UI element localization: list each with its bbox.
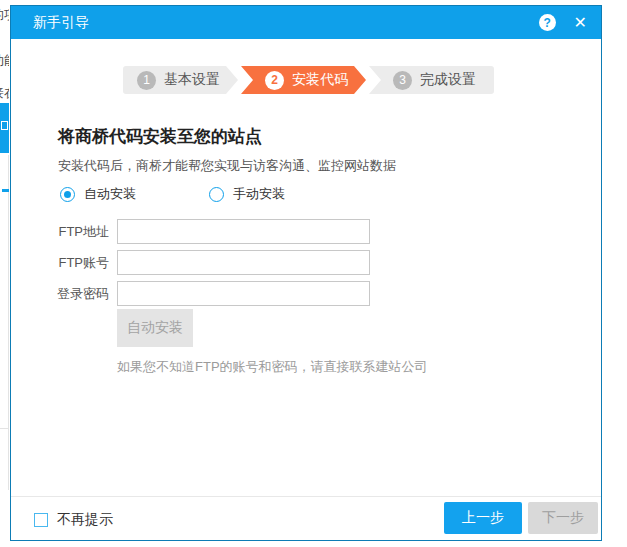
step-install-code: 2 安装代码 (241, 66, 366, 94)
dialog-title: 新手引导 (33, 14, 539, 32)
ftp-address-label: FTP地址 (51, 223, 109, 241)
next-step-button[interactable]: 下一步 (528, 502, 598, 534)
bg-tab-indicator (2, 189, 9, 192)
checkbox-label: 不再提示 (57, 511, 113, 529)
bg-divider (8, 155, 9, 490)
newbie-guide-dialog: 新手引导 ? ✕ 1 基本设置 2 安装代码 3 完成设置 将商桥代码安装至您的… (10, 5, 602, 541)
footer-divider (11, 496, 601, 497)
page-title: 将商桥代码安装至您的站点 (58, 125, 262, 148)
prev-step-button[interactable]: 上一步 (444, 502, 522, 534)
close-icon[interactable]: ✕ (574, 15, 587, 31)
step-number: 3 (393, 71, 412, 90)
ftp-hint-text: 如果您不知道FTP的账号和密码，请直接联系建站公司 (117, 358, 428, 376)
checkbox-icon (34, 513, 48, 527)
dialog-titlebar: 新手引导 ? ✕ (11, 6, 601, 39)
ftp-account-row: FTP账号 (51, 250, 370, 275)
ftp-address-row: FTP地址 (51, 219, 370, 244)
radio-manual-install[interactable]: 手动安装 (209, 185, 285, 203)
login-password-row: 登录密码 (51, 281, 370, 306)
bg-divider (0, 428, 8, 429)
step-number: 2 (265, 71, 284, 90)
dont-remind-checkbox[interactable]: 不再提示 (34, 511, 113, 529)
step-basic-settings: 1 基本设置 (123, 66, 238, 94)
auto-install-button[interactable]: 自动安装 (117, 309, 193, 347)
wizard-steps: 1 基本设置 2 安装代码 3 完成设置 (123, 66, 494, 94)
ftp-account-label: FTP账号 (51, 254, 109, 272)
ftp-address-input[interactable] (117, 219, 370, 244)
step-label: 完成设置 (420, 71, 476, 89)
bg-sidebar-active-item (0, 103, 9, 153)
ftp-account-input[interactable] (117, 250, 370, 275)
step-finish-settings: 3 完成设置 (369, 66, 494, 94)
install-mode-radios: 自动安装 手动安装 (60, 185, 285, 203)
radio-auto-install[interactable]: 自动安装 (60, 185, 136, 203)
bg-text-fragment: 接在 (0, 84, 9, 102)
bg-text-fragment: 的项 (0, 6, 9, 24)
radio-selected-icon (60, 187, 75, 202)
login-password-label: 登录密码 (51, 285, 109, 303)
document-icon (1, 121, 8, 130)
step-label: 基本设置 (164, 71, 220, 89)
step-number: 1 (137, 71, 156, 90)
bg-text-fragment: 功能 (0, 52, 9, 70)
help-icon[interactable]: ? (539, 14, 556, 31)
step-label: 安装代码 (292, 71, 348, 89)
radio-unselected-icon (209, 187, 224, 202)
login-password-input[interactable] (117, 281, 370, 306)
page-description: 安装代码后，商桥才能帮您实现与访客沟通、监控网站数据 (58, 157, 396, 175)
